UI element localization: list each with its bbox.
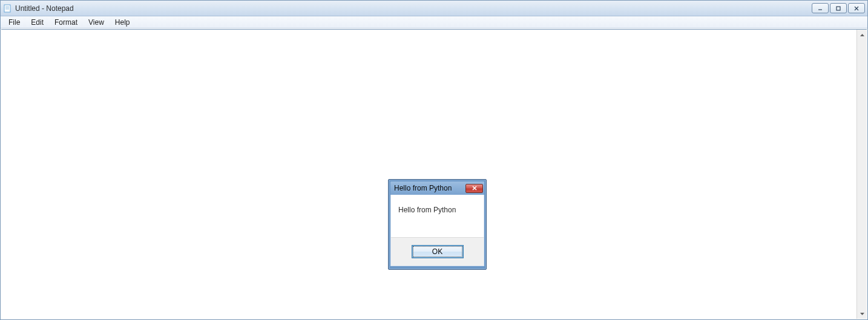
dialog-footer: OK (390, 237, 484, 266)
ok-button[interactable]: OK (412, 245, 464, 258)
menu-edit[interactable]: Edit (25, 17, 49, 28)
maximize-button[interactable] (830, 3, 847, 13)
notepad-window: Untitled - Notepad File Edit Format View… (0, 0, 868, 320)
close-button[interactable] (848, 3, 865, 13)
menu-view[interactable]: View (83, 17, 110, 28)
scroll-up-icon[interactable] (857, 30, 867, 40)
svg-rect-0 (4, 5, 10, 12)
svg-rect-5 (837, 7, 840, 10)
notepad-icon (3, 4, 13, 13)
messagebox-dialog: Hello from Python Hello from Python OK (388, 179, 487, 270)
window-buttons (812, 3, 865, 13)
dialog-body: Hello from Python (390, 195, 484, 237)
menu-format[interactable]: Format (49, 17, 83, 28)
menu-file[interactable]: File (3, 17, 25, 28)
ok-button-label: OK (432, 247, 442, 256)
dialog-message: Hello from Python (398, 206, 456, 214)
menubar: File Edit Format View Help (1, 16, 867, 28)
editor-textarea[interactable] (1, 30, 856, 319)
dialog-title: Hello from Python (394, 184, 465, 192)
dialog-titlebar: Hello from Python (390, 181, 484, 195)
menu-help[interactable]: Help (110, 17, 136, 28)
svg-marker-8 (860, 34, 864, 36)
window-title: Untitled - Notepad (15, 4, 74, 13)
dialog-close-button[interactable] (465, 184, 483, 193)
minimize-button[interactable] (812, 3, 829, 13)
scroll-down-icon[interactable] (857, 309, 867, 319)
client-area (1, 29, 867, 319)
titlebar: Untitled - Notepad (1, 1, 867, 16)
svg-marker-9 (860, 313, 864, 315)
vertical-scrollbar[interactable] (856, 30, 867, 319)
